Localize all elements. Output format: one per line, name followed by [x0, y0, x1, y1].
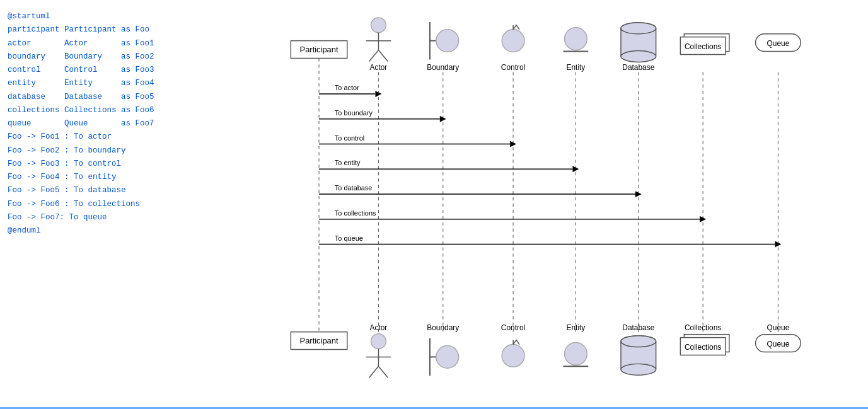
control-label-top: Control	[501, 63, 525, 72]
code-line-7: database Database as Foo5	[8, 91, 263, 104]
svg-point-59	[621, 364, 656, 375]
svg-point-7	[436, 30, 459, 52]
msg-to-control: To control	[335, 134, 364, 142]
code-line-6: entity Entity as Foo4	[8, 77, 263, 90]
svg-text:Collections: Collections	[685, 343, 721, 352]
collections-label-top: Collections	[685, 42, 721, 51]
code-line-16: Foo -> Foo7: To queue	[8, 211, 263, 224]
main-content: @startuml participant Participant as Foo…	[0, 0, 868, 407]
actor-label-top: Actor	[370, 63, 388, 72]
svg-line-46	[369, 366, 379, 377]
code-line-5: control Control as Foo3	[8, 64, 263, 77]
code-line-3: actor Actor as Foo1	[8, 37, 263, 50]
svg-point-43	[371, 334, 386, 349]
svg-line-47	[378, 366, 388, 377]
code-line-17: @enduml	[8, 224, 263, 238]
code-line-2: participant Participant as Foo	[8, 23, 263, 37]
code-line-4: boundary Boundary as Foo2	[8, 50, 263, 64]
code-line-12: Foo -> Foo3 : To control	[8, 158, 263, 171]
boundary-label-top: Boundary	[427, 63, 459, 72]
msg-to-entity: To entity	[335, 159, 361, 166]
svg-point-10	[565, 28, 587, 50]
svg-point-16	[621, 51, 656, 62]
code-line-13: Foo -> Foo4 : To entity	[8, 171, 263, 184]
control-label-bottom: Control	[501, 323, 525, 332]
code-line-11: Foo -> Foo2 : To boundary	[8, 144, 263, 158]
msg-to-queue: To queue	[335, 234, 363, 242]
code-line-1: @startuml	[8, 10, 263, 23]
actor-label-bottom: Actor	[370, 323, 388, 332]
msg-to-boundary: To boundary	[335, 109, 373, 117]
entity-label-top: Entity	[567, 63, 586, 72]
collections-label-bottom: Collections	[685, 323, 721, 332]
svg-point-17	[621, 23, 656, 34]
svg-text:Queue: Queue	[767, 340, 790, 349]
diagram-panel: Participant Actor Boundary	[271, 0, 868, 407]
boundary-label-bottom: Boundary	[427, 323, 459, 332]
entity-label-bottom: Entity	[567, 323, 586, 332]
msg-to-actor: To actor	[335, 84, 359, 91]
svg-point-50	[436, 346, 459, 369]
svg-point-51	[502, 345, 524, 367]
queue-label-top: Queue	[767, 39, 790, 48]
svg-point-53	[565, 343, 587, 366]
database-label-top: Database	[622, 63, 654, 72]
participant-label-bottom: Participant	[300, 336, 339, 345]
code-line-14: Foo -> Foo5 : To database	[8, 184, 263, 197]
code-line-9: queue Queue as Foo7	[8, 117, 263, 130]
svg-point-0	[371, 18, 386, 33]
database-label-bottom: Database	[622, 323, 654, 332]
sequence-diagram: Participant Actor Boundary	[271, 6, 868, 401]
svg-line-3	[369, 50, 379, 62]
code-line-15: Foo -> Foo6 : To collections	[8, 198, 263, 211]
svg-point-60	[621, 336, 656, 347]
svg-point-8	[502, 30, 524, 52]
msg-to-database: To database	[335, 184, 373, 192]
participant-label-top: Participant	[300, 45, 339, 54]
msg-to-collections: To collections	[335, 209, 376, 217]
code-line-8: collections Collections as Foo6	[8, 104, 263, 117]
svg-line-4	[378, 50, 388, 62]
code-line-10: Foo -> Foo1 : To actor	[8, 130, 263, 144]
code-panel: @startuml participant Participant as Foo…	[0, 0, 271, 407]
queue-label-bottom: Queue	[767, 323, 790, 332]
